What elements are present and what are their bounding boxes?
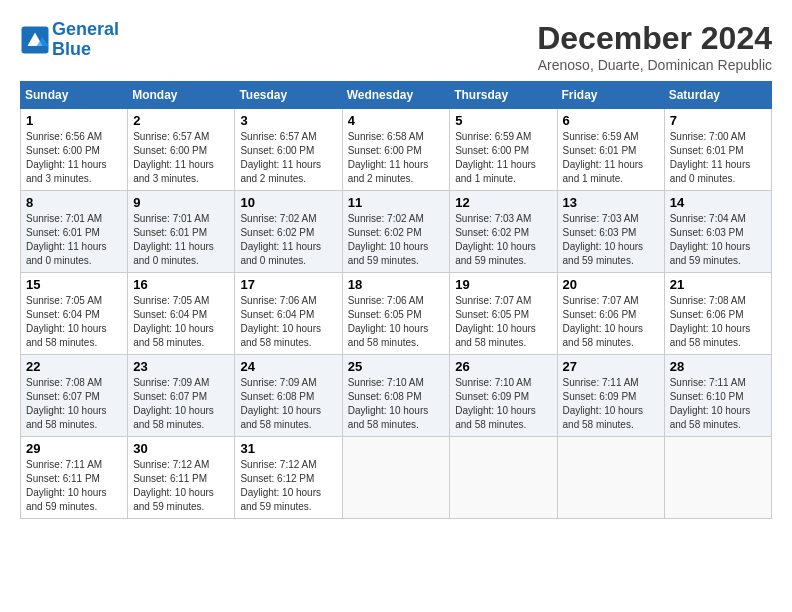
month-title: December 2024: [537, 20, 772, 57]
day-info: Sunrise: 7:12 AMSunset: 6:11 PMDaylight:…: [133, 458, 229, 514]
calendar-day-cell: 13Sunrise: 7:03 AMSunset: 6:03 PMDayligh…: [557, 191, 664, 273]
day-number: 2: [133, 113, 229, 128]
calendar-day-cell: 27Sunrise: 7:11 AMSunset: 6:09 PMDayligh…: [557, 355, 664, 437]
day-info: Sunrise: 6:56 AMSunset: 6:00 PMDaylight:…: [26, 130, 122, 186]
calendar-day-cell: 9Sunrise: 7:01 AMSunset: 6:01 PMDaylight…: [128, 191, 235, 273]
day-info: Sunrise: 7:08 AMSunset: 6:07 PMDaylight:…: [26, 376, 122, 432]
calendar-day-cell: 26Sunrise: 7:10 AMSunset: 6:09 PMDayligh…: [450, 355, 557, 437]
calendar-day-cell: 22Sunrise: 7:08 AMSunset: 6:07 PMDayligh…: [21, 355, 128, 437]
logo-line2: Blue: [52, 39, 91, 59]
day-number: 21: [670, 277, 766, 292]
day-info: Sunrise: 6:58 AMSunset: 6:00 PMDaylight:…: [348, 130, 445, 186]
day-number: 11: [348, 195, 445, 210]
calendar-day-cell: 3Sunrise: 6:57 AMSunset: 6:00 PMDaylight…: [235, 109, 342, 191]
calendar-day-cell: 19Sunrise: 7:07 AMSunset: 6:05 PMDayligh…: [450, 273, 557, 355]
calendar-day-cell: 5Sunrise: 6:59 AMSunset: 6:00 PMDaylight…: [450, 109, 557, 191]
calendar-day-cell: 15Sunrise: 7:05 AMSunset: 6:04 PMDayligh…: [21, 273, 128, 355]
calendar-day-cell: 18Sunrise: 7:06 AMSunset: 6:05 PMDayligh…: [342, 273, 450, 355]
day-number: 20: [563, 277, 659, 292]
calendar-day-cell: 16Sunrise: 7:05 AMSunset: 6:04 PMDayligh…: [128, 273, 235, 355]
page-header: General Blue December 2024 Arenoso, Duar…: [20, 20, 772, 73]
calendar-day-cell: 31Sunrise: 7:12 AMSunset: 6:12 PMDayligh…: [235, 437, 342, 519]
calendar-day-cell: 29Sunrise: 7:11 AMSunset: 6:11 PMDayligh…: [21, 437, 128, 519]
day-number: 25: [348, 359, 445, 374]
day-number: 30: [133, 441, 229, 456]
day-number: 16: [133, 277, 229, 292]
day-info: Sunrise: 7:11 AMSunset: 6:11 PMDaylight:…: [26, 458, 122, 514]
calendar-day-cell: 25Sunrise: 7:10 AMSunset: 6:08 PMDayligh…: [342, 355, 450, 437]
calendar-day-cell: 8Sunrise: 7:01 AMSunset: 6:01 PMDaylight…: [21, 191, 128, 273]
calendar-week-row: 8Sunrise: 7:01 AMSunset: 6:01 PMDaylight…: [21, 191, 772, 273]
day-info: Sunrise: 6:57 AMSunset: 6:00 PMDaylight:…: [133, 130, 229, 186]
calendar-day-cell: 2Sunrise: 6:57 AMSunset: 6:00 PMDaylight…: [128, 109, 235, 191]
day-number: 19: [455, 277, 551, 292]
logo-line1: General: [52, 19, 119, 39]
title-area: December 2024 Arenoso, Duarte, Dominican…: [537, 20, 772, 73]
day-info: Sunrise: 7:07 AMSunset: 6:06 PMDaylight:…: [563, 294, 659, 350]
calendar-day-cell: [557, 437, 664, 519]
calendar-day-cell: 6Sunrise: 6:59 AMSunset: 6:01 PMDaylight…: [557, 109, 664, 191]
day-info: Sunrise: 6:59 AMSunset: 6:01 PMDaylight:…: [563, 130, 659, 186]
day-number: 22: [26, 359, 122, 374]
day-number: 5: [455, 113, 551, 128]
calendar-day-cell: 23Sunrise: 7:09 AMSunset: 6:07 PMDayligh…: [128, 355, 235, 437]
day-info: Sunrise: 7:07 AMSunset: 6:05 PMDaylight:…: [455, 294, 551, 350]
calendar-day-cell: 7Sunrise: 7:00 AMSunset: 6:01 PMDaylight…: [664, 109, 771, 191]
day-number: 23: [133, 359, 229, 374]
calendar-day-cell: [342, 437, 450, 519]
calendar-day-cell: 24Sunrise: 7:09 AMSunset: 6:08 PMDayligh…: [235, 355, 342, 437]
day-info: Sunrise: 7:06 AMSunset: 6:05 PMDaylight:…: [348, 294, 445, 350]
day-info: Sunrise: 7:05 AMSunset: 6:04 PMDaylight:…: [26, 294, 122, 350]
calendar-day-cell: 4Sunrise: 6:58 AMSunset: 6:00 PMDaylight…: [342, 109, 450, 191]
day-info: Sunrise: 7:02 AMSunset: 6:02 PMDaylight:…: [240, 212, 336, 268]
day-info: Sunrise: 6:57 AMSunset: 6:00 PMDaylight:…: [240, 130, 336, 186]
weekday-header-cell: Wednesday: [342, 82, 450, 109]
weekday-header-cell: Sunday: [21, 82, 128, 109]
logo-icon: [20, 25, 50, 55]
day-number: 3: [240, 113, 336, 128]
calendar-day-cell: 1Sunrise: 6:56 AMSunset: 6:00 PMDaylight…: [21, 109, 128, 191]
day-info: Sunrise: 7:09 AMSunset: 6:08 PMDaylight:…: [240, 376, 336, 432]
day-info: Sunrise: 7:04 AMSunset: 6:03 PMDaylight:…: [670, 212, 766, 268]
day-number: 26: [455, 359, 551, 374]
weekday-header-cell: Monday: [128, 82, 235, 109]
calendar-day-cell: 30Sunrise: 7:12 AMSunset: 6:11 PMDayligh…: [128, 437, 235, 519]
day-info: Sunrise: 7:01 AMSunset: 6:01 PMDaylight:…: [26, 212, 122, 268]
day-info: Sunrise: 7:11 AMSunset: 6:10 PMDaylight:…: [670, 376, 766, 432]
day-info: Sunrise: 7:06 AMSunset: 6:04 PMDaylight:…: [240, 294, 336, 350]
day-info: Sunrise: 7:01 AMSunset: 6:01 PMDaylight:…: [133, 212, 229, 268]
calendar-day-cell: 12Sunrise: 7:03 AMSunset: 6:02 PMDayligh…: [450, 191, 557, 273]
day-number: 6: [563, 113, 659, 128]
day-info: Sunrise: 6:59 AMSunset: 6:00 PMDaylight:…: [455, 130, 551, 186]
calendar-week-row: 15Sunrise: 7:05 AMSunset: 6:04 PMDayligh…: [21, 273, 772, 355]
day-number: 17: [240, 277, 336, 292]
calendar-day-cell: 21Sunrise: 7:08 AMSunset: 6:06 PMDayligh…: [664, 273, 771, 355]
calendar-table: SundayMondayTuesdayWednesdayThursdayFrid…: [20, 81, 772, 519]
calendar-day-cell: 14Sunrise: 7:04 AMSunset: 6:03 PMDayligh…: [664, 191, 771, 273]
calendar-body: 1Sunrise: 6:56 AMSunset: 6:00 PMDaylight…: [21, 109, 772, 519]
day-number: 14: [670, 195, 766, 210]
day-number: 1: [26, 113, 122, 128]
calendar-day-cell: 10Sunrise: 7:02 AMSunset: 6:02 PMDayligh…: [235, 191, 342, 273]
day-number: 9: [133, 195, 229, 210]
day-number: 28: [670, 359, 766, 374]
location-title: Arenoso, Duarte, Dominican Republic: [537, 57, 772, 73]
day-number: 29: [26, 441, 122, 456]
day-number: 8: [26, 195, 122, 210]
calendar-week-row: 22Sunrise: 7:08 AMSunset: 6:07 PMDayligh…: [21, 355, 772, 437]
day-info: Sunrise: 7:09 AMSunset: 6:07 PMDaylight:…: [133, 376, 229, 432]
day-number: 7: [670, 113, 766, 128]
day-info: Sunrise: 7:03 AMSunset: 6:02 PMDaylight:…: [455, 212, 551, 268]
calendar-week-row: 1Sunrise: 6:56 AMSunset: 6:00 PMDaylight…: [21, 109, 772, 191]
calendar-day-cell: [664, 437, 771, 519]
weekday-header-row: SundayMondayTuesdayWednesdayThursdayFrid…: [21, 82, 772, 109]
calendar-day-cell: 11Sunrise: 7:02 AMSunset: 6:02 PMDayligh…: [342, 191, 450, 273]
day-info: Sunrise: 7:08 AMSunset: 6:06 PMDaylight:…: [670, 294, 766, 350]
calendar-day-cell: 20Sunrise: 7:07 AMSunset: 6:06 PMDayligh…: [557, 273, 664, 355]
day-number: 10: [240, 195, 336, 210]
calendar-day-cell: 28Sunrise: 7:11 AMSunset: 6:10 PMDayligh…: [664, 355, 771, 437]
day-number: 31: [240, 441, 336, 456]
day-number: 24: [240, 359, 336, 374]
day-number: 27: [563, 359, 659, 374]
day-info: Sunrise: 7:02 AMSunset: 6:02 PMDaylight:…: [348, 212, 445, 268]
